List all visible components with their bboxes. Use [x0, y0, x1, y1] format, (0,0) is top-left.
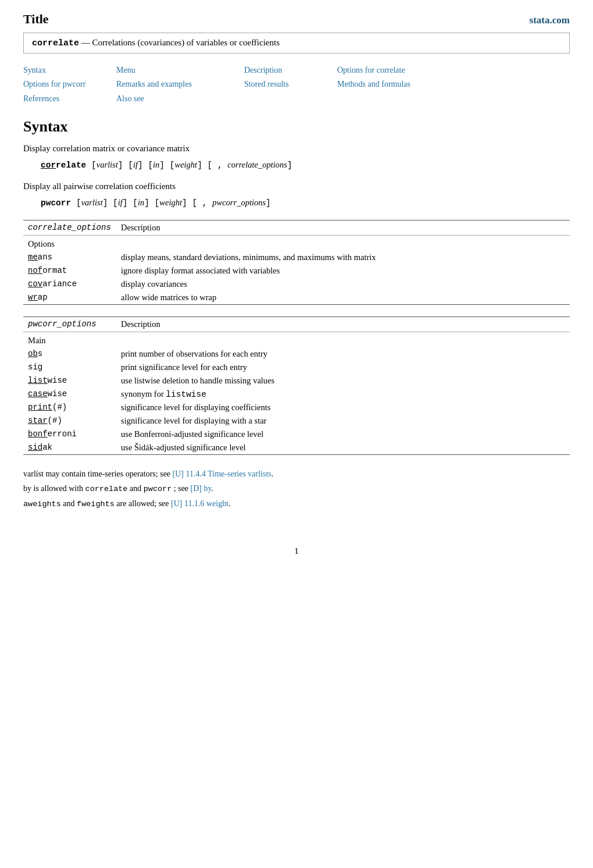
opt-sig: sig — [23, 361, 116, 374]
opt-wrap-desc: allow wide matrices to wrap — [116, 291, 570, 305]
correlate-if-bracket: [ — [128, 161, 133, 170]
nav-options-correlate[interactable]: Options for correlate — [337, 64, 465, 77]
syntax-desc2: Display all pairwise correlation coeffic… — [23, 182, 570, 191]
star-underline: star — [28, 416, 48, 425]
title-dash: — — [81, 38, 90, 47]
opt-star: star(#) — [23, 414, 116, 428]
footer-weight-link[interactable]: [U] 11.1.6 weight — [171, 499, 228, 508]
footer-correlate-ref: correlate — [85, 485, 128, 493]
pwcorr-in: in — [138, 198, 144, 207]
print-underline: print — [28, 403, 52, 412]
opt-wrap: wrap — [23, 291, 116, 305]
nav-remarks[interactable]: Remarks and examples — [116, 78, 244, 91]
footer-by-link[interactable]: [D] by — [191, 484, 212, 493]
footer-line3: aweights and fweights are allowed; see [… — [23, 496, 570, 511]
opt-bonferroni: bonferroni — [23, 428, 116, 441]
pwcorr-weight-close: ] — [182, 198, 187, 208]
opt-star-desc: significance level for displaying with a… — [116, 414, 570, 428]
pwcorr-if-close: ] — [123, 198, 128, 208]
table-row: sig print significance level for each en… — [23, 361, 570, 374]
table-row: wrap allow wide matrices to wrap — [23, 291, 570, 305]
pwcorr-if-bracket: [ — [113, 198, 118, 208]
footer-line2: by is allowed with correlate and pwcorr … — [23, 481, 570, 496]
table-row: bonferroni use Bonferroni-adjusted signi… — [23, 428, 570, 441]
opt-sidak-desc: use Šidák-adjusted significance level — [116, 441, 570, 455]
opt-sidak: sidak — [23, 441, 116, 455]
sidak-underline: sid — [28, 443, 42, 452]
opt-bonferroni-desc: use Bonferroni-adjusted significance lev… — [116, 428, 570, 441]
footer-by-text: by is allowed with — [23, 484, 85, 493]
correlate-if-close: ] — [138, 161, 143, 170]
table-row: sidak use Šidák-adjusted significance le… — [23, 441, 570, 455]
footer-and-text: and — [130, 484, 144, 493]
footer-timeseries-link[interactable]: [U] 11.4.4 Time-series varlists — [173, 469, 272, 478]
nav-references[interactable]: References — [23, 93, 116, 105]
opt-means-desc: display means, standard deviations, mini… — [116, 251, 570, 264]
pwcorr-options-table: pwcorr_options Description Main obs prin… — [23, 316, 570, 455]
bonferroni-underline: bonf — [28, 429, 48, 439]
syntax-title: Syntax — [23, 118, 570, 136]
obs-underline: ob — [28, 349, 38, 358]
table-row: star(#) significance level for displayin… — [23, 414, 570, 428]
footer-aweights: aweights — [23, 500, 61, 508]
page-number: 1 — [23, 546, 570, 556]
pwcorr-table-col2-header: Description — [116, 316, 570, 332]
nav-methods[interactable]: Methods and formulas — [337, 78, 465, 91]
correlate-in-close: ] — [159, 161, 165, 170]
nav-description[interactable]: Description — [244, 64, 337, 77]
opt-obs-desc: print number of observations for each en… — [116, 347, 570, 361]
correlate-if: if — [133, 160, 138, 169]
correlate-options-category: Options — [23, 235, 570, 251]
correlate-opts-bracket: [ , — [208, 161, 223, 170]
correlate-varlist: varlist — [97, 160, 118, 169]
nav-menu[interactable]: Menu — [116, 64, 244, 77]
title-box: correlate — Correlations (covariances) o… — [23, 33, 570, 54]
footer-fweights: fweights — [77, 500, 115, 508]
correlate-table-col2-header: Description — [116, 220, 570, 235]
noformat-underline: nof — [28, 266, 42, 275]
correlate-table-category: Options — [23, 235, 570, 251]
pwcorr-syntax-line: pwcorr [varlist] [if] [in] [weight] [ , … — [41, 196, 570, 210]
table-row: listwise use listwise deletion to handle… — [23, 374, 570, 387]
page-header: Title stata.com — [23, 12, 570, 27]
opt-noformat: noformat — [23, 264, 116, 278]
stata-link[interactable]: stata.com — [530, 15, 570, 26]
opt-sig-desc: print significance level for each entry — [116, 361, 570, 374]
footer-see-text: ; see — [174, 484, 191, 493]
correlate-syntax-line: correlate [varlist] [if] [in] [weight] [… — [41, 158, 570, 172]
footer-and2: and — [63, 499, 77, 508]
listwise-underline: list — [28, 376, 48, 385]
correlate-in-bracket: [ — [148, 161, 153, 170]
pwcorr-main-category: Main — [23, 332, 570, 347]
footer-line3-end: . — [228, 499, 231, 508]
opt-noformat-desc: ignore display format associated with va… — [116, 264, 570, 278]
nav-stored-results[interactable]: Stored results — [244, 78, 337, 91]
table-row: obs print number of observations for eac… — [23, 347, 570, 361]
correlate-bracket-close: ] — [118, 161, 123, 170]
pwcorr-opts-bracket: [ , — [192, 198, 207, 208]
table-row: casewise synonym for listwise — [23, 387, 570, 401]
pwcorr-if: if — [118, 198, 123, 207]
opt-listwise-desc: use listwise deletion to handle missing … — [116, 374, 570, 387]
correlate-options-table: correlate_options Description Options me… — [23, 220, 570, 305]
table-row: covariance display covariances — [23, 278, 570, 291]
correlate-table-col1-header: correlate_options — [23, 220, 116, 235]
footer-allowed-text: are allowed; see — [116, 499, 171, 508]
opt-print-desc: significance level for displaying coeffi… — [116, 401, 570, 414]
pwcorr-varlist: varlist — [81, 198, 103, 207]
casewise-underline: case — [28, 389, 48, 399]
opt-casewise: casewise — [23, 387, 116, 401]
opt-covariance: covariance — [23, 278, 116, 291]
covariance-underline: cov — [28, 279, 42, 289]
table-row: means display means, standard deviations… — [23, 251, 570, 264]
nav-also-see[interactable]: Also see — [116, 93, 244, 105]
opt-obs: obs — [23, 347, 116, 361]
correlate-weight: weight — [174, 160, 197, 169]
nav-syntax[interactable]: Syntax — [23, 64, 116, 77]
footer-line1-end: . — [272, 469, 274, 478]
correlate-cmd: cor — [41, 161, 56, 170]
opt-covariance-desc: display covariances — [116, 278, 570, 291]
nav-options-pwcorr[interactable]: Options for pwcorr — [23, 78, 116, 91]
means-underline: me — [28, 252, 38, 262]
table-row: noformat ignore display format associate… — [23, 264, 570, 278]
